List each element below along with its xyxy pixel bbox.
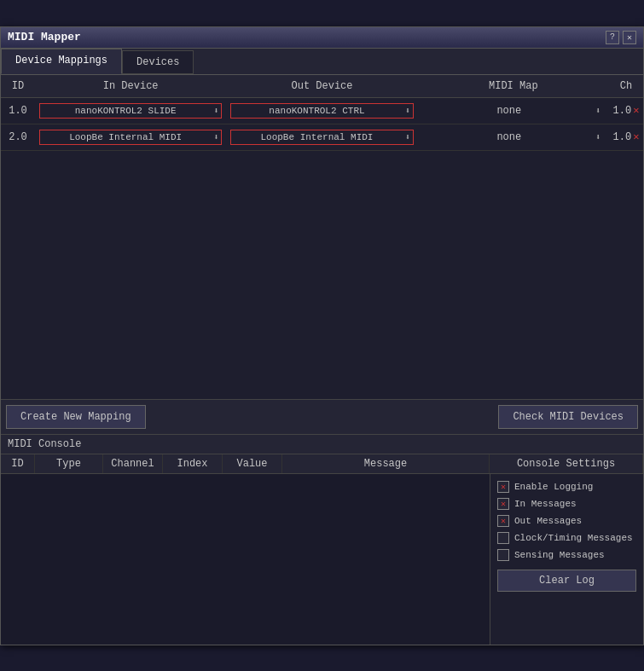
sensing-messages-label: Sensing Messages	[514, 550, 605, 560]
sensing-messages-checkbox[interactable]	[497, 549, 509, 561]
help-button[interactable]: ?	[606, 31, 619, 44]
in-messages-label: In Messages	[514, 499, 577, 509]
header-out-device: Out Device	[226, 78, 417, 94]
in-messages-checkbox[interactable]: ✕	[497, 498, 509, 510]
row2-ch: 1.0 ✕	[609, 128, 643, 146]
tab-bar: Device Mappings Devices	[1, 49, 643, 75]
header-ch: Ch	[609, 78, 643, 94]
row1-delete-button[interactable]: ✕	[633, 104, 639, 117]
main-content: ID In Device Out Device MIDI Map Ch 1.0 …	[1, 75, 643, 645]
row2-midi-map[interactable]: none ⬇	[418, 127, 609, 148]
console-header-id: ID	[1, 454, 35, 473]
in-messages-row[interactable]: ✕ In Messages	[497, 498, 636, 510]
console-section: MIDI Console ID Type Channel Index Value…	[1, 435, 643, 645]
console-title: MIDI Console	[1, 435, 643, 454]
row1-out-device-text: nanoKONTROL2 CTRL	[231, 104, 402, 118]
window-title: MIDI Mapper	[8, 31, 81, 43]
clear-log-button[interactable]: Clear Log	[497, 570, 636, 592]
row2-ch-value: 1.0	[613, 131, 632, 143]
console-header-message: Message	[282, 454, 490, 473]
console-header-channel: Channel	[103, 454, 163, 473]
row2-in-device-text: LoopBe Internal MIDI	[40, 130, 211, 144]
midi-mapper-window: MIDI Mapper ? ✕ Device Mappings Devices …	[0, 26, 644, 645]
enable-logging-label: Enable Logging	[514, 482, 593, 492]
console-header-settings: Console Settings	[490, 454, 643, 473]
table-row: 2.0 LoopBe Internal MIDI ⬇ LoopBe Intern…	[1, 124, 643, 151]
console-header-type: Type	[35, 454, 103, 473]
row1-id: 1.0	[1, 102, 35, 119]
row1-out-device-arrow[interactable]: ⬇	[403, 106, 413, 116]
header-id: ID	[1, 78, 35, 94]
close-button[interactable]: ✕	[623, 31, 636, 44]
row1-midi-map-arrow[interactable]: ⬇	[594, 106, 602, 116]
console-header: ID Type Channel Index Value Message Cons…	[1, 454, 643, 474]
clock-timing-checkbox[interactable]	[497, 532, 509, 544]
console-body: ✕ Enable Logging ✕ In Messages ✕ Out Mes…	[1, 474, 643, 645]
console-settings: ✕ Enable Logging ✕ In Messages ✕ Out Mes…	[490, 474, 643, 645]
table-row: 1.0 nanoKONTROL2 SLIDE ⬇ nanoKONTROL2 CT…	[1, 98, 643, 124]
check-midi-devices-button[interactable]: Check MIDI Devices	[498, 405, 638, 429]
row1-midi-map-text: none	[425, 105, 594, 117]
title-bar-buttons: ? ✕	[606, 31, 636, 44]
row2-in-device[interactable]: LoopBe Internal MIDI ⬇	[35, 126, 226, 148]
table-header: ID In Device Out Device MIDI Map Ch	[1, 75, 643, 98]
tab-devices[interactable]: Devices	[122, 50, 194, 74]
row1-out-device[interactable]: nanoKONTROL2 CTRL ⬇	[226, 100, 417, 122]
title-bar: MIDI Mapper ? ✕	[1, 27, 643, 49]
header-midi-map: MIDI Map	[418, 78, 609, 94]
bottom-buttons: Create New Mapping Check MIDI Devices	[1, 399, 643, 435]
row1-ch-value: 1.0	[613, 105, 632, 117]
row1-in-device-arrow[interactable]: ⬇	[211, 106, 221, 116]
out-messages-row[interactable]: ✕ Out Messages	[497, 515, 636, 527]
create-new-mapping-button[interactable]: Create New Mapping	[6, 405, 146, 429]
console-log-area	[1, 474, 490, 645]
clock-timing-label: Clock/Timing Messages	[514, 533, 633, 543]
mappings-section: ID In Device Out Device MIDI Map Ch 1.0 …	[1, 75, 643, 399]
enable-logging-row[interactable]: ✕ Enable Logging	[497, 481, 636, 493]
row1-in-device-text: nanoKONTROL2 SLIDE	[40, 104, 211, 118]
clock-timing-row[interactable]: Clock/Timing Messages	[497, 532, 636, 544]
row1-midi-map[interactable]: none ⬇	[418, 101, 609, 121]
row2-out-device-arrow[interactable]: ⬇	[403, 132, 413, 142]
console-header-index: Index	[163, 454, 223, 473]
row2-midi-map-arrow[interactable]: ⬇	[594, 132, 602, 142]
row2-in-device-arrow[interactable]: ⬇	[211, 132, 221, 142]
enable-logging-checkbox[interactable]: ✕	[497, 481, 509, 493]
tab-device-mappings[interactable]: Device Mappings	[1, 49, 122, 74]
row2-delete-button[interactable]: ✕	[633, 130, 639, 143]
row1-in-device[interactable]: nanoKONTROL2 SLIDE ⬇	[35, 100, 226, 122]
row2-out-device[interactable]: LoopBe Internal MIDI ⬇	[226, 126, 417, 148]
sensing-messages-row[interactable]: Sensing Messages	[497, 549, 636, 561]
out-messages-label: Out Messages	[514, 516, 582, 526]
row2-id: 2.0	[1, 129, 35, 146]
header-in-device: In Device	[35, 78, 226, 94]
console-header-value: Value	[223, 454, 282, 473]
row1-ch: 1.0 ✕	[609, 101, 643, 119]
out-messages-checkbox[interactable]: ✕	[497, 515, 509, 527]
row2-midi-map-text: none	[425, 131, 594, 143]
row2-out-device-text: LoopBe Internal MIDI	[231, 130, 402, 144]
